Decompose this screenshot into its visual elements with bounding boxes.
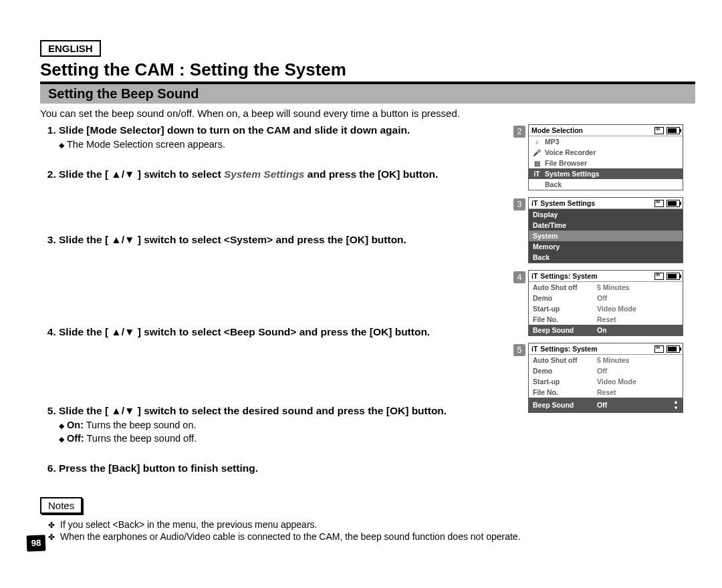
battery-icon [667,345,680,353]
screen-title: Mode Selection [531,126,652,134]
step-1: Slide [Mode Selector] down to turn on th… [59,124,521,150]
screen-4: 4 iT Settings: System Auto Shut off5 Min… [528,270,695,336]
setting-beep-sound: Beep SoundOn [529,325,683,335]
card-icon [654,273,664,280]
setting-startup: Start-upVideo Mode [529,376,683,387]
steps-list: Slide [Mode Selector] down to turn on th… [40,124,521,474]
screen-3: 3 iT System Settings Display Date/Time S… [528,197,695,263]
card-icon [654,345,664,353]
screen-step-number: 2 [513,126,525,138]
menu-item-system-settings: iTSystem Settings [529,168,683,179]
screen-step-number: 3 [513,198,525,210]
music-icon: ♪ [533,138,541,146]
intro-text: You can set the beep sound on/off. When … [40,108,695,119]
menu-item-file-browser: ▤File Browser [529,158,683,168]
screen-step-number: 5 [513,344,525,356]
menu-item-datetime: Date/Time [529,220,683,231]
notes-label: Notes [40,497,82,514]
mic-icon: 🎤 [533,149,541,156]
screen-title: System Settings [540,199,652,207]
settings-icon: iT [531,272,537,280]
setting-auto-shut-off: Auto Shut off5 Minutes [529,282,683,293]
setting-beep-sound: Beep SoundOff▲▼ [529,398,683,412]
screen-step-number: 4 [513,271,525,283]
screens-column: 2 Mode Selection ♪MP3 🎤Voice Recorder ▤F… [528,124,695,420]
step-5: Slide the [ ▲/▼ ] switch to select the d… [59,405,521,444]
setting-startup: Start-upVideo Mode [529,303,683,314]
menu-item-memory: Memory [529,241,683,252]
step-2: Slide the [ ▲/▼ ] switch to select Syste… [59,168,521,215]
sub-title: Setting the Beep Sound [40,84,695,104]
screen-title: Settings: System [540,345,652,353]
menu-item-back: Back [529,252,683,263]
step-3: Slide the [ ▲/▼ ] switch to select <Syst… [59,234,521,307]
note-2: When the earphones or Audio/Video cable … [48,531,521,542]
page-number: 98 [27,535,46,552]
up-down-arrows-icon: ▲▼ [673,399,679,411]
settings-icon: iT [533,170,541,178]
screen-title: Settings: System [540,272,652,280]
menu-item-mp3: ♪MP3 [529,136,683,147]
step-4: Slide the [ ▲/▼ ] switch to select <Beep… [59,326,521,386]
setting-file-no: File No.Reset [529,387,683,398]
setting-demo: DemoOff [529,365,683,376]
screen-2: 2 Mode Selection ♪MP3 🎤Voice Recorder ▤F… [528,124,695,190]
language-tag: ENGLISH [40,40,101,57]
setting-demo: DemoOff [529,293,683,303]
card-icon [654,200,664,207]
folder-icon: ▤ [533,160,541,167]
battery-icon [667,273,680,280]
setting-auto-shut-off: Auto Shut off5 Minutes [529,355,683,365]
settings-icon: iT [531,199,537,207]
notes-list: If you select <Back> in the menu, the pr… [40,519,521,542]
menu-item-back: Back [529,179,683,190]
settings-icon: iT [531,345,537,353]
menu-item-voice: 🎤Voice Recorder [529,147,683,158]
battery-icon [667,200,680,207]
card-icon [654,127,664,134]
menu-item-system: System [529,231,683,241]
main-title: Setting the CAM : Setting the System [40,59,695,84]
step-6: Press the [Back] button to finish settin… [59,462,521,474]
setting-file-no: File No.Reset [529,314,683,325]
screen-5: 5 iT Settings: System Auto Shut off5 Min… [528,343,695,413]
note-1: If you select <Back> in the menu, the pr… [48,519,521,530]
battery-icon [667,127,680,134]
menu-item-display: Display [529,209,683,220]
